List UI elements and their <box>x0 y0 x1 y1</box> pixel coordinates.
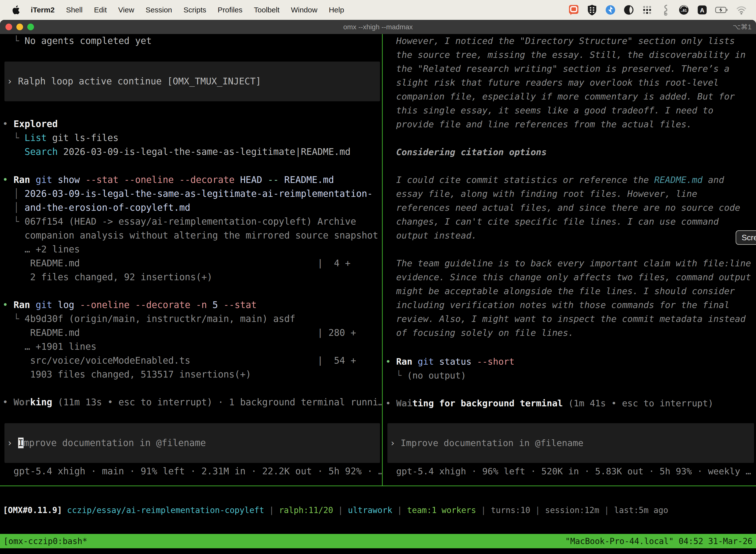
text-segment: --decorate <box>135 299 190 310</box>
text-segment: (no output) <box>407 370 466 381</box>
menu-profiles[interactable]: Profiles <box>217 6 242 14</box>
wifi-icon[interactable] <box>736 4 747 16</box>
text-segment: | <box>333 505 348 515</box>
text-segment: the "Related research writing" section i… <box>396 63 730 74</box>
terminal-line: 2 files changed, 92 insertions(+) <box>2 270 382 284</box>
hook-icon[interactable] <box>660 4 671 16</box>
text-segment: companion analysis without altering the … <box>2 230 378 241</box>
text-segment: of focusing solely on file lines. <box>396 328 573 338</box>
text-segment <box>190 299 196 310</box>
terminal-line: changes, I can't cite specific file line… <box>385 215 756 229</box>
text-segment: │ <box>2 188 24 199</box>
text-segment: Ralph loop active continue [OMX_TMUX_INJ… <box>18 76 261 87</box>
text-segment: Improve documentation in @filename <box>400 438 583 448</box>
terminal-line: including verification notes with those … <box>385 298 756 312</box>
terminal-line: README.md | 4 + <box>2 257 382 270</box>
dots-grid-icon[interactable] <box>641 4 653 16</box>
text-segment: and-the-erosion-of-copyleft.md <box>24 202 190 213</box>
text-segment: gpt-5.4 xhigh · main · 91% left · 2.31M … <box>2 466 382 477</box>
terminal-line: • Working (11m 13s • esc to interrupt) ·… <box>2 395 382 409</box>
blank-line <box>2 48 382 62</box>
terminal-line: The team guideline is to back every impo… <box>385 257 756 270</box>
text-segment: Explored <box>14 119 58 129</box>
menu-iterm2[interactable]: iTerm2 <box>31 6 55 14</box>
prompt-input-box[interactable]: › Improve documentation in @filename <box>387 423 754 463</box>
text-segment: output instead. <box>396 230 477 240</box>
left-terminal-pane[interactable]: └ No agents completed yet› Ralph loop ac… <box>0 34 382 486</box>
menu-toolbelt[interactable]: Toolbelt <box>254 6 279 14</box>
text-segment: --stat <box>224 299 257 310</box>
text-segment: I <box>18 438 23 448</box>
prompt-input-line[interactable]: › Ralph loop active continue [OMX_TMUX_I… <box>7 74 380 88</box>
terminal-line: … +2 lines <box>2 242 382 257</box>
terminal-line: └ (no output) <box>385 369 756 383</box>
battery-icon[interactable] <box>715 4 729 16</box>
text-segment <box>412 356 418 367</box>
menu-edit[interactable]: Edit <box>94 6 107 14</box>
blank-line <box>2 409 382 423</box>
terminal-line: └ No agents completed yet <box>2 34 382 48</box>
prompt-input-line[interactable]: › Improve documentation in @filename <box>7 436 380 450</box>
text-segment: [OMX#0.11.9] <box>3 505 62 515</box>
text-segment <box>2 147 24 157</box>
dark-disc-icon[interactable] <box>623 4 634 16</box>
macos-menubar: iTerm2ShellEditViewSessionScriptsProfile… <box>0 0 756 20</box>
text-segment: └ <box>2 36 24 46</box>
text-segment: companion file, especially if more comme… <box>396 91 735 102</box>
text-segment: slight risk that future readers may over… <box>396 77 718 88</box>
text-segment: Considering citation options <box>396 147 547 157</box>
terminal-line: I could cite commit statistics or refere… <box>385 173 756 187</box>
text-segment: • <box>2 299 14 310</box>
text-segment: 5 <box>207 299 224 310</box>
prompt-input-line[interactable]: › Improve documentation in @filename <box>390 436 754 450</box>
menu-window[interactable]: Window <box>291 6 317 14</box>
tmux-status-bar: [omx-cczip0:bash* "MacBook-Pro-44.local"… <box>0 534 756 548</box>
menu-view[interactable]: View <box>118 6 134 14</box>
terminal-line: │ 2026-03-09-is-legal-the-same-as-legiti… <box>2 187 382 201</box>
window-titlebar: omx --xhigh --madmax ⌥⌘1 <box>0 20 756 34</box>
terminal-line: • Ran git show --stat --oneline --decora… <box>2 173 382 187</box>
text-segment: git <box>418 356 434 367</box>
terminal-line: might be acceptable alongside the file l… <box>385 284 756 298</box>
terminal-line: gpt-5.4 xhigh · main · 91% left · 2.31M … <box>2 464 382 478</box>
text-segment: 2 files changed, 92 insertions(+) <box>2 272 212 282</box>
menu-shell[interactable]: Shell <box>66 6 82 14</box>
text-segment: 2026-03-09-is-legal-the-same-as-legitima… <box>24 188 373 199</box>
battery-percent-badge[interactable]: ..61 <box>678 4 690 16</box>
prompt-input-box[interactable]: › Ralph loop active continue [OMX_TMUX_I… <box>4 62 380 101</box>
text-segment: › <box>7 76 18 87</box>
text-segment: No agents completed yet <box>24 36 151 46</box>
terminal-line: companion file, especially if more comme… <box>385 90 756 104</box>
text-segment: HEAD <box>235 174 268 185</box>
tmux-host-clock: "MacBook-Pro-44.local" 04:52 31-Mar-26 <box>565 536 753 546</box>
screen-share-pill[interactable]: Scre <box>736 230 756 245</box>
blank-line <box>385 242 756 257</box>
screen-record-icon[interactable] <box>568 4 579 16</box>
text-segment: | <box>264 505 279 515</box>
text-segment: provide file and line references from th… <box>396 119 692 129</box>
blank-line <box>385 410 756 423</box>
text-segment: ralph:11/20 <box>279 505 333 515</box>
text-segment: show <box>52 174 85 185</box>
blue-badge-icon[interactable] <box>605 4 616 16</box>
menu-help[interactable]: Help <box>329 6 344 14</box>
menu-scripts[interactable]: Scripts <box>184 6 206 14</box>
text-segment: • <box>2 397 14 407</box>
menu-session[interactable]: Session <box>145 6 172 14</box>
input-source-key[interactable]: A <box>696 4 708 16</box>
shield-grid-icon[interactable] <box>586 4 598 16</box>
text-segment: • <box>385 398 396 408</box>
text-segment: status <box>434 356 477 367</box>
text-segment: List <box>24 132 47 143</box>
text-segment: • <box>2 119 14 129</box>
terminal-line: • Explored <box>2 117 382 131</box>
text-segment: └ <box>2 314 24 324</box>
prompt-input-box[interactable]: › Improve documentation in @filename <box>4 423 380 463</box>
text-segment: essay file, along with finding root file… <box>396 189 697 199</box>
right-terminal-pane[interactable]: However, I noticed the "Directory Struct… <box>383 34 756 486</box>
terminal-line: slight risk that future readers may over… <box>385 76 756 90</box>
terminal-line: README.md | 280 + <box>2 326 382 340</box>
tmux-panes: └ No agents completed yet› Ralph loop ac… <box>0 34 756 486</box>
terminal-line: • Waiting for background terminal (1m 41… <box>385 396 756 410</box>
apple-icon[interactable] <box>11 5 20 15</box>
